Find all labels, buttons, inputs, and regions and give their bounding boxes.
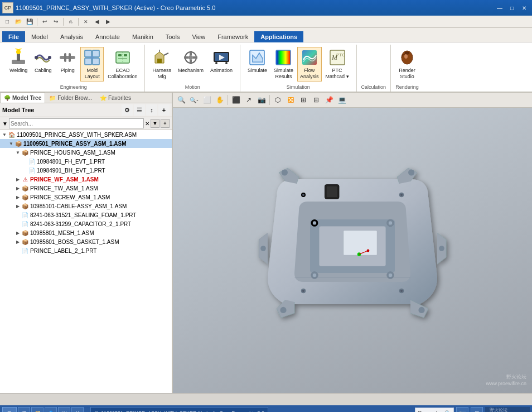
ptc-mathcad-button[interactable]: M PTC PTCMathcad ▾ <box>323 47 352 82</box>
start-button[interactable]: ⊞ <box>2 407 17 412</box>
taskbar-icon-4[interactable]: W <box>58 407 70 412</box>
active-window-button[interactable]: 🖥 11009501_PRINCE_ASSY_WITH_SPKER (Activ… <box>90 407 268 412</box>
tree-add-item-button[interactable]: + <box>161 119 170 128</box>
tab-manikin[interactable]: Manikin <box>126 31 159 42</box>
tree-item-cable[interactable]: ▶ 📦 10985101-CABLE-ASSY_ASM_1.ASM <box>0 202 172 210</box>
open-button[interactable]: 📂 <box>13 17 23 27</box>
undo-button[interactable]: ↩ <box>40 17 50 27</box>
calculation-label: Calculation <box>361 83 386 92</box>
flow-analysis-icon <box>301 49 318 66</box>
tab-favorites[interactable]: ⭐ Favorites <box>96 93 135 103</box>
tree-item-housing[interactable]: ▼ 📦 PRINCE_HOUSING_ASM_1.ASM <box>0 148 172 157</box>
tab-tools[interactable]: Tools <box>159 31 186 42</box>
search-clear-icon[interactable]: ✕ <box>145 121 149 127</box>
tree-item-prince-assy[interactable]: ▼ 📦 11009501_PRINCE_ASSY_ASM_1.ASM <box>0 139 172 148</box>
mechanism-button[interactable]: Mechanism <box>175 47 206 75</box>
svg-text:PTC: PTC <box>336 52 345 58</box>
tab-file[interactable]: File <box>2 31 25 42</box>
new-button[interactable]: □ <box>2 17 12 27</box>
taskbar-icon-5[interactable]: X <box>71 407 84 412</box>
tree-item-mesh[interactable]: ▶ 📦 10985801_MESH_1.ASM <box>0 228 172 237</box>
maximize-button[interactable]: □ <box>506 3 518 12</box>
tree-item-bh-evt[interactable]: ▶ 📄 10984901_BH_EVT_1.PRT <box>0 166 172 175</box>
simulate-results-button[interactable]: SimulateResults <box>271 47 296 82</box>
tree-item-fh-evt[interactable]: ▶ 📄 10984801_FH_EVT_1.PRT <box>0 157 172 166</box>
simulate-button[interactable]: Simulate <box>245 47 270 75</box>
expander-12[interactable]: ▶ <box>14 229 21 236</box>
piping-label: Piping <box>61 68 75 74</box>
save-button[interactable]: 💾 <box>25 17 35 27</box>
tree-columns-button[interactable]: ☰ <box>134 104 145 116</box>
appearance-button[interactable]: 🔀 <box>284 94 297 106</box>
mold-layout-button[interactable]: MoldLayout <box>80 47 104 82</box>
expander-6[interactable]: ▶ <box>14 176 21 183</box>
tab-folder-browser[interactable]: 📁 Folder Brow... <box>45 93 96 103</box>
minimize-button[interactable]: — <box>494 3 505 12</box>
close-window-button[interactable]: ✕ <box>81 17 91 27</box>
brand-text: 野火论坛www.proewifire.cn <box>490 408 525 412</box>
status-text <box>4 396 6 403</box>
welding-button[interactable]: Welding <box>7 47 30 75</box>
expander-7[interactable]: ▶ <box>14 185 21 191</box>
tab-analysis[interactable]: Analysis <box>54 31 89 42</box>
system-display-button[interactable]: 💻 <box>336 94 348 106</box>
display-button[interactable]: 🖥 <box>471 407 483 412</box>
geometry-search-box[interactable]: Geometry 🔍 <box>415 408 454 412</box>
ecad-button[interactable]: ECADCollaboration <box>105 47 140 82</box>
axis-display-button[interactable]: 📌 <box>323 94 335 106</box>
regenerate-button[interactable]: ⎌ <box>66 17 76 27</box>
tree-settings-button[interactable]: ⚙ <box>122 104 133 116</box>
tree-add-button[interactable]: + <box>158 104 170 116</box>
cabling-button[interactable]: Cabling <box>31 47 55 75</box>
refit-button[interactable]: ⬛ <box>230 94 242 106</box>
tree-sort-button[interactable]: ↕ <box>146 104 157 116</box>
display-style-button[interactable]: ⬡ <box>272 94 284 106</box>
taskbar-icon-2[interactable]: 📁 <box>31 407 43 412</box>
tab-model-tree[interactable]: 🌳 Model Tree <box>0 93 45 103</box>
render-studio-button[interactable]: RenderStudio <box>395 47 419 82</box>
harness-mfg-button[interactable]: HarnessMfg <box>149 47 174 82</box>
expander-3[interactable]: ▼ <box>14 149 21 156</box>
section-button[interactable]: ⊞ <box>297 94 309 106</box>
viewport-3d[interactable]: 野火论坛 www.proewifire.cn <box>173 108 532 393</box>
tab-applications[interactable]: Applications <box>254 31 303 42</box>
tab-annotate[interactable]: Annotate <box>89 31 126 42</box>
flow-analysis-button[interactable]: FlowAnalysis <box>297 47 322 82</box>
tree-item-wf[interactable]: ▶ ⚠ PRINCE_WF_ASM_1.ASM <box>0 175 172 184</box>
expander-13[interactable]: ▶ <box>14 238 21 245</box>
saved-views-button[interactable]: 📷 <box>255 94 268 106</box>
svg-point-77 <box>367 249 370 252</box>
close-button[interactable]: ✕ <box>519 3 530 12</box>
orient-button[interactable]: ↗ <box>243 94 255 106</box>
zoom-in-button[interactable]: 🔍 <box>175 94 187 106</box>
tree-item-label-prt[interactable]: ▶ 📄 PRINCE_LABEL_2_1.PRT <box>0 246 172 255</box>
taskbar-icon-3[interactable]: 🔷 <box>45 407 57 412</box>
pan-button[interactable]: ✋ <box>214 94 226 106</box>
plane-display-button[interactable]: ⊟ <box>310 94 322 106</box>
zoom-fit-button[interactable]: ⬜ <box>201 94 213 106</box>
redo-button[interactable]: ↪ <box>51 17 61 27</box>
expander-9[interactable]: ▶ <box>14 203 21 209</box>
piping-button[interactable]: Piping <box>56 47 79 75</box>
tree-item-boss-gasket-label: 10985601_BOSS_GASKET_1.ASM <box>30 239 119 245</box>
tab-model[interactable]: Model <box>25 31 54 42</box>
tree-item-capacitor[interactable]: ▶ 📄 8241-063-31299_CAPACITOR_2_1.PRT <box>0 219 172 228</box>
tree-search-options-button[interactable]: ▼ <box>151 119 159 128</box>
camera-button[interactable]: 📷 <box>456 407 468 412</box>
tree-item-boss-gasket[interactable]: ▶ 📦 10985601_BOSS_GASKET_1.ASM <box>0 237 172 246</box>
expander-8[interactable]: ▶ <box>14 194 21 200</box>
tree-item-foam[interactable]: ▶ 📄 8241-063-31521_SEALING_FOAM_1.PRT <box>0 210 172 219</box>
taskbar-icon-1[interactable]: IE <box>18 407 30 412</box>
prev-window-button[interactable]: ◀ <box>92 17 102 27</box>
tree-item-root[interactable]: ▼ 🏠 11009501_PRINCE_ASSY_WITH_SPKER.ASM <box>0 130 172 139</box>
tree-item-tw[interactable]: ▶ 📦 PRINCE_TW_ASM_1.ASM <box>0 184 172 193</box>
expander-2[interactable]: ▼ <box>8 140 14 147</box>
zoom-out-button[interactable]: 🔍- <box>188 94 200 106</box>
expander-1[interactable]: ▼ <box>1 131 8 138</box>
animation-button[interactable]: Animation <box>207 47 235 75</box>
tree-search-input[interactable] <box>9 118 144 128</box>
tree-item-screw[interactable]: ▶ 📦 PRINCE_SCREW_ASM_1.ASM <box>0 193 172 202</box>
tab-view[interactable]: View <box>186 31 212 42</box>
next-window-button[interactable]: ▶ <box>103 17 113 27</box>
tab-framework[interactable]: Framework <box>211 31 254 42</box>
